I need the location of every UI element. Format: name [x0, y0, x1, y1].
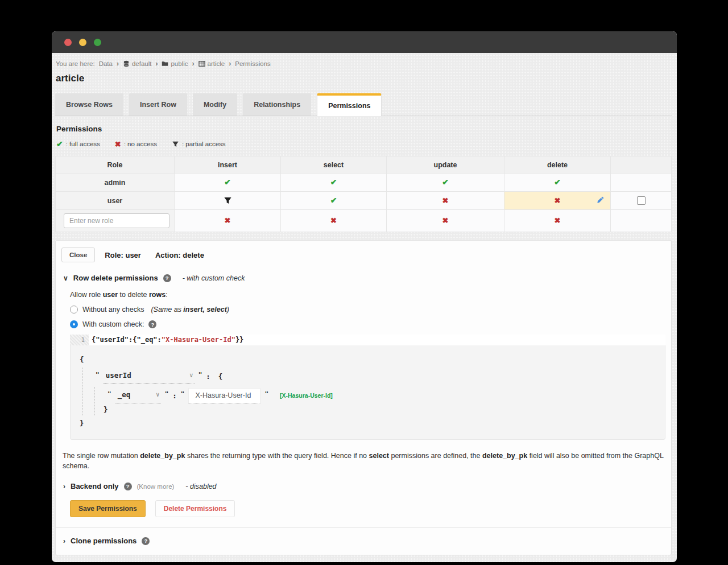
- session-variable-suggestion[interactable]: [X-Hasura-User-Id]: [280, 392, 333, 399]
- delete-by-pk-note: The single row mutation delete_by_pk sha…: [63, 451, 665, 471]
- user-select-cell[interactable]: ✔: [281, 192, 387, 210]
- breadcrumb-separator: ›: [155, 60, 158, 68]
- tab-modify[interactable]: Modify: [193, 93, 237, 116]
- breadcrumb-separator: ›: [192, 60, 195, 68]
- editor-role-label: Role: user: [105, 251, 141, 259]
- column-header-actions: [611, 156, 672, 174]
- folder-icon: [162, 60, 168, 67]
- breadcrumb-item-public[interactable]: public: [162, 60, 188, 67]
- row-permissions-section-header[interactable]: ∨ Row delete permissions ? - with custom…: [63, 274, 665, 282]
- cross-icon: ✖: [442, 216, 449, 225]
- user-insert-cell[interactable]: [175, 192, 281, 210]
- admin-update-cell[interactable]: ✔: [387, 174, 504, 192]
- admin-select-cell[interactable]: ✔: [281, 174, 387, 192]
- breadcrumb-item-data[interactable]: Data: [99, 60, 113, 67]
- operator-select-dropdown[interactable]: _eq∨: [115, 388, 161, 403]
- cross-icon: ✖: [442, 196, 449, 205]
- column-select-dropdown[interactable]: userId∨: [104, 369, 195, 384]
- app-window: You are here: Data › default › public › …: [52, 31, 677, 562]
- clone-permissions-title: Clone permissions: [71, 537, 136, 545]
- database-icon: [123, 60, 130, 67]
- builder-level-2: " _eq∨ " : " " [X-Hasura-User-Id] }: [94, 387, 658, 415]
- know-more-link[interactable]: (Know more): [137, 483, 175, 490]
- permissions-legend: ✔ : full access ✖ : no access : partial …: [56, 140, 672, 148]
- value-input[interactable]: [188, 388, 260, 403]
- breadcrumb-item-article[interactable]: article: [198, 60, 225, 67]
- breadcrumb-item-default[interactable]: default: [123, 60, 152, 67]
- tab-permissions[interactable]: Permissions: [317, 93, 382, 116]
- radio-selected-icon[interactable]: [70, 320, 78, 328]
- close-brace: }: [80, 418, 658, 429]
- tab-relationships[interactable]: Relationships: [243, 93, 311, 116]
- save-permissions-button[interactable]: Save Permissions: [70, 500, 146, 517]
- admin-insert-cell[interactable]: ✔: [175, 174, 281, 192]
- table-row-admin: admin ✔ ✔ ✔ ✔: [56, 174, 672, 192]
- user-actions-cell: [611, 192, 672, 210]
- legend-no-access: ✖ : no access: [115, 141, 157, 148]
- breadcrumb: You are here: Data › default › public › …: [56, 60, 672, 68]
- admin-delete-cell[interactable]: ✔: [504, 174, 611, 192]
- chevron-down-icon: ∨: [189, 372, 193, 379]
- cross-icon: ✖: [555, 196, 561, 205]
- help-icon[interactable]: ?: [148, 320, 156, 328]
- page-title: article: [56, 73, 672, 84]
- user-update-cell[interactable]: ✖: [387, 192, 504, 210]
- new-role-insert-cell[interactable]: ✖: [175, 210, 281, 232]
- table-row-user: user ✔ ✖ ✖: [56, 192, 672, 210]
- cross-icon: ✖: [225, 216, 231, 225]
- admin-actions-cell: [611, 174, 672, 192]
- delete-permissions-button[interactable]: Delete Permissions: [155, 500, 235, 517]
- zoom-window-icon[interactable]: [94, 39, 101, 46]
- minimize-window-icon[interactable]: [79, 39, 86, 46]
- tab-browse-rows[interactable]: Browse Rows: [55, 93, 123, 116]
- help-icon[interactable]: ?: [142, 537, 150, 545]
- bulk-select-checkbox[interactable]: [637, 196, 646, 205]
- builder-level-1: " userId∨ " : { " _eq∨ " :: [82, 368, 658, 415]
- backend-only-section-header[interactable]: › Backend only ? (Know more) - disabled: [63, 482, 665, 490]
- close-window-icon[interactable]: [64, 39, 72, 46]
- new-role-update-cell[interactable]: ✖: [387, 210, 504, 232]
- editor-action-label: Action: delete: [155, 251, 204, 259]
- help-icon[interactable]: ?: [163, 274, 171, 282]
- line-number: 1: [70, 335, 89, 345]
- help-icon[interactable]: ?: [124, 482, 132, 490]
- check-icon: ✔: [442, 178, 449, 187]
- builder-key-row: " userId∨ " : {: [92, 368, 658, 385]
- editor-buttons: Save Permissions Delete Permissions: [70, 500, 665, 517]
- row-permissions-title: Row delete permissions: [73, 274, 158, 282]
- cross-icon: ✖: [555, 216, 561, 225]
- table-header-row: Role insert select update delete: [56, 156, 672, 174]
- new-role-cell: [56, 210, 175, 232]
- breadcrumb-item-permissions[interactable]: Permissions: [235, 60, 271, 67]
- tab-insert-row[interactable]: Insert Row: [129, 93, 187, 116]
- edit-pencil-icon[interactable]: [597, 196, 604, 205]
- close-button[interactable]: Close: [61, 248, 95, 262]
- role-label-user: user: [56, 192, 175, 210]
- legend-partial-access: : partial access: [172, 140, 226, 147]
- table-icon: [198, 60, 205, 67]
- row-permissions-status: - with custom check: [183, 274, 245, 282]
- radio-unselected-icon[interactable]: [70, 306, 78, 314]
- user-delete-cell[interactable]: ✖: [504, 192, 611, 210]
- radio-without-note: (Same as insert, select): [151, 306, 229, 314]
- role-label-admin: admin: [56, 174, 175, 192]
- column-header-insert: insert: [175, 156, 281, 174]
- permission-editor-panel: Close Role: user Action: delete ∨ Row de…: [55, 240, 672, 555]
- new-role-input[interactable]: [64, 213, 169, 228]
- new-role-delete-cell[interactable]: ✖: [504, 210, 611, 232]
- column-header-delete: delete: [504, 156, 611, 174]
- breadcrumb-prefix: You are here:: [56, 60, 95, 67]
- open-brace: {: [80, 354, 658, 365]
- clone-permissions-section-header[interactable]: › Clone permissions ?: [61, 528, 665, 555]
- chevron-right-icon: ›: [63, 538, 65, 545]
- check-json-code[interactable]: {"userId":{"_eq":"X-Hasura-User-Id"}}: [89, 335, 665, 345]
- new-role-select-cell[interactable]: ✖: [281, 210, 387, 232]
- radio-with-custom-check[interactable]: With custom check: ?: [70, 320, 665, 328]
- table-tabs: Browse Rows Insert Row Modify Relationsh…: [55, 93, 672, 116]
- check-icon: ✔: [330, 196, 337, 205]
- check-json-editor[interactable]: 1 {"userId":{"_eq":"X-Hasura-User-Id"}}: [70, 335, 665, 345]
- radio-without-checks[interactable]: Without any checks (Same as insert, sele…: [70, 306, 665, 314]
- check-icon: ✔: [56, 140, 63, 148]
- cross-icon: ✖: [115, 141, 121, 148]
- row-permissions-body: Allow role user to delete rows: Without …: [70, 291, 665, 440]
